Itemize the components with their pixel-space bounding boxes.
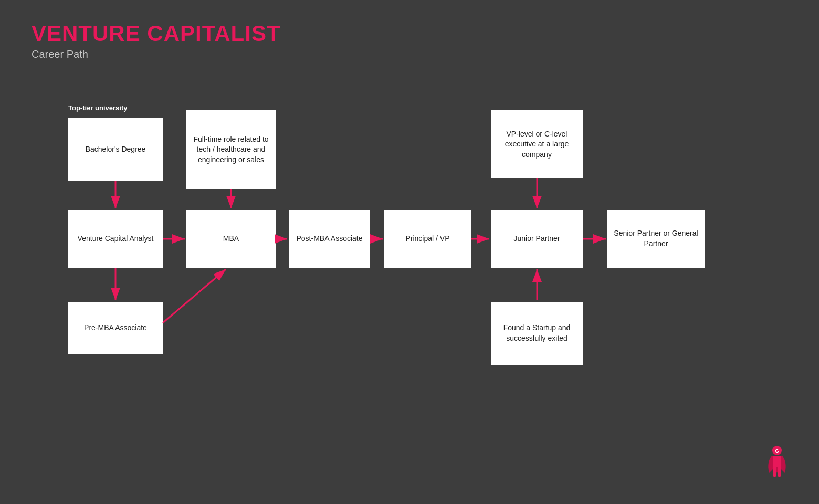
svg-rect-15	[773, 466, 776, 477]
logo-icon: G	[761, 444, 793, 486]
main-title: VENTURE CAPITALIST	[32, 21, 281, 46]
box-pre-mba: Pre-MBA Associate	[68, 302, 163, 354]
box-bachelor: Bachelor's Degree	[68, 118, 163, 181]
box-vp-level: VP-level or C-level executive at a large…	[491, 110, 583, 178]
svg-rect-16	[778, 466, 781, 477]
box-junior-partner: Junior Partner	[491, 210, 583, 268]
box-post-mba: Post-MBA Associate	[289, 210, 370, 268]
header: VENTURE CAPITALIST Career Path	[32, 21, 281, 60]
box-senior-partner: Senior Partner or General Partner	[607, 210, 705, 268]
svg-line-11	[163, 269, 226, 323]
logo-area: G	[761, 444, 793, 488]
box-mba: MBA	[186, 210, 276, 268]
diagram-area: Top-tier university Bachelor's Degree Fu…	[32, 84, 788, 430]
top-tier-label: Top-tier university	[68, 104, 127, 112]
svg-rect-14	[773, 456, 781, 467]
box-vc-analyst: Venture Capital Analyst	[68, 210, 163, 268]
box-fulltime: Full-time role related to tech / healthc…	[186, 110, 276, 189]
sub-title: Career Path	[32, 48, 281, 60]
box-principal: Principal / VP	[384, 210, 471, 268]
box-startup: Found a Startup and successfully exited	[491, 302, 583, 365]
logo-letter: G	[775, 448, 779, 454]
